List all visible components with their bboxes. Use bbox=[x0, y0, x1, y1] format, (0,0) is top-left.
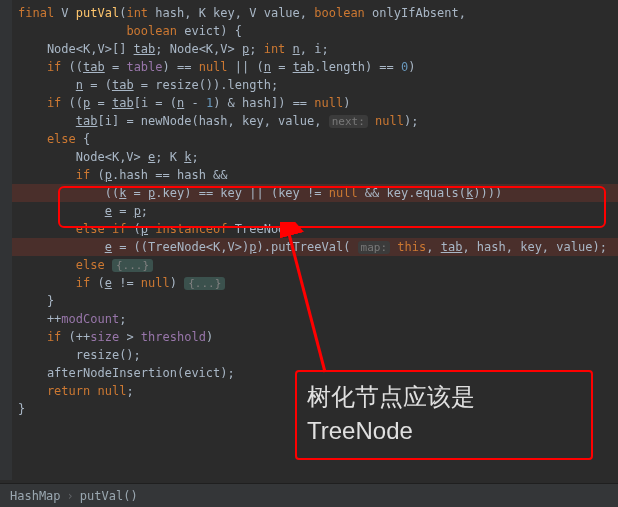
code-line[interactable]: afterNodeInsertion(evict); bbox=[0, 364, 618, 382]
code-line[interactable]: } bbox=[0, 400, 618, 418]
chevron-right-icon: › bbox=[67, 489, 74, 503]
code-line[interactable]: Node<K,V> e; K k; bbox=[0, 148, 618, 166]
code-line[interactable]: return null; bbox=[0, 382, 618, 400]
code-line[interactable]: Node<K,V>[] tab; Node<K,V> p; int n, i; bbox=[0, 40, 618, 58]
code-line[interactable]: boolean evict) { bbox=[0, 22, 618, 40]
parameter-hint: map: bbox=[358, 241, 391, 254]
code-line[interactable]: e = p; bbox=[0, 202, 618, 220]
fold-marker[interactable]: {...} bbox=[184, 277, 225, 290]
code-line[interactable]: resize(); bbox=[0, 346, 618, 364]
code-line[interactable]: final V putVal(int hash, K key, V value,… bbox=[0, 4, 618, 22]
code-line[interactable]: else {...} bbox=[0, 256, 618, 274]
code-line[interactable]: e = ((TreeNode<K,V>)p).putTreeVal( map: … bbox=[0, 238, 618, 256]
code-line[interactable]: n = (tab = resize()).length; bbox=[0, 76, 618, 94]
code-line[interactable]: else { bbox=[0, 130, 618, 148]
breadcrumb[interactable]: HashMap › putVal() bbox=[0, 483, 618, 507]
code-line[interactable]: if (++size > threshold) bbox=[0, 328, 618, 346]
code-line[interactable]: ++modCount; bbox=[0, 310, 618, 328]
code-line[interactable]: } bbox=[0, 292, 618, 310]
code-line[interactable]: tab[i] = newNode(hash, key, value, next:… bbox=[0, 112, 618, 130]
breadcrumb-item[interactable]: putVal() bbox=[80, 489, 138, 503]
fold-marker[interactable]: {...} bbox=[112, 259, 153, 272]
code-line[interactable]: if (p.hash == hash && bbox=[0, 166, 618, 184]
code-editor[interactable]: final V putVal(int hash, K key, V value,… bbox=[0, 0, 618, 480]
code-line[interactable]: if ((p = tab[i = (n - 1) & hash]) == nul… bbox=[0, 94, 618, 112]
code-line[interactable]: if ((tab = table) == null || (n = tab.le… bbox=[0, 58, 618, 76]
breadcrumb-item[interactable]: HashMap bbox=[10, 489, 61, 503]
parameter-hint: next: bbox=[329, 115, 368, 128]
code-line[interactable]: ((k = p.key) == key || (key != null && k… bbox=[0, 184, 618, 202]
code-line[interactable]: else if (p instanceof TreeNode) bbox=[0, 220, 618, 238]
gutter bbox=[0, 0, 12, 480]
code-line[interactable]: if (e != null) {...} bbox=[0, 274, 618, 292]
